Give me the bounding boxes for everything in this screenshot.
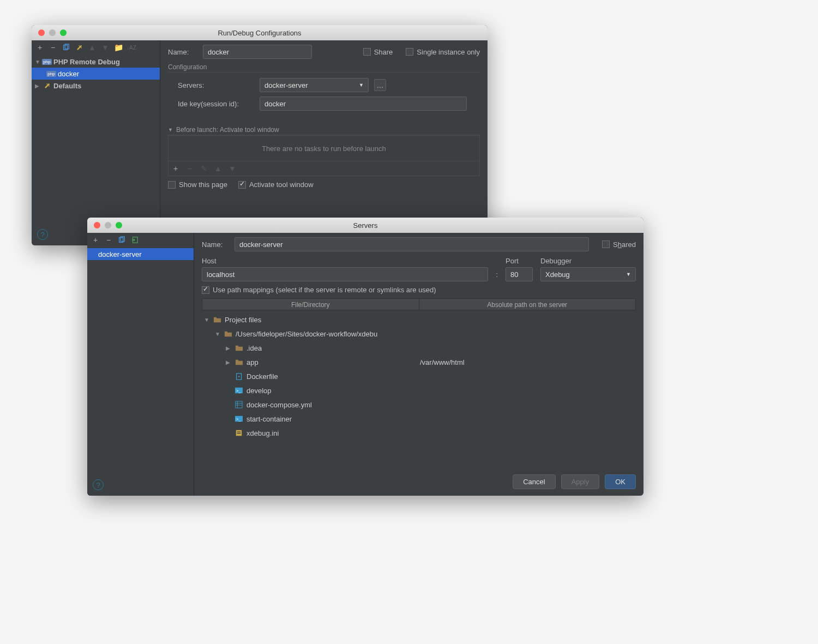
servers-label: Servers: xyxy=(178,81,254,89)
pathmap-checkbox[interactable]: Use path mappings (select if the server … xyxy=(202,286,436,294)
tree-row-xdebug[interactable]: xdebug.ini xyxy=(202,426,636,440)
php-icon: php xyxy=(43,57,51,66)
up-icon[interactable]: ▲ xyxy=(87,43,97,52)
down-icon[interactable]: ▼ xyxy=(100,43,110,52)
before-launch-title: Before launch: Activate tool window xyxy=(176,126,279,134)
sort-icon[interactable]: ↓AZ xyxy=(127,43,136,52)
add-icon[interactable]: + xyxy=(171,164,181,173)
config-sidebar: + − ▲ ▼ 📁 ↓AZ ▼ php PHP Remote Debug php… xyxy=(32,40,160,245)
config-main: Name: Share Single instance only Configu… xyxy=(160,40,488,245)
activate-window-checkbox[interactable]: Activate tool window xyxy=(238,180,314,189)
folder-icon xyxy=(234,344,243,352)
tree-group-defaults[interactable]: ▶ Defaults xyxy=(32,80,160,92)
cancel-button[interactable]: Cancel xyxy=(513,474,555,489)
tree-label: docker-server xyxy=(98,250,141,258)
apply-button[interactable]: Apply xyxy=(561,474,600,489)
down-icon[interactable]: ▼ xyxy=(227,164,237,173)
before-launch-list: There are no tasks to run before launch xyxy=(168,135,480,161)
tree-row-start[interactable]: >_ start-container xyxy=(202,412,636,426)
name-input[interactable] xyxy=(203,45,312,59)
tree-row-idea[interactable]: ▶ .idea xyxy=(202,341,636,355)
terminal-icon: >_ xyxy=(234,386,243,395)
svg-rect-15 xyxy=(237,431,241,432)
shared-checkbox[interactable]: Shared xyxy=(602,240,636,249)
dialog-title: Servers xyxy=(87,221,643,230)
tree-label: docker xyxy=(58,70,79,78)
name-input[interactable] xyxy=(234,237,589,251)
servers-browse-button[interactable]: … xyxy=(374,79,386,91)
svg-text:>_: >_ xyxy=(236,417,242,422)
settings-icon[interactable] xyxy=(74,43,84,52)
tree-row-compose[interactable]: docker-compose.yml xyxy=(202,398,636,412)
debugger-select[interactable]: Xdebug ▼ xyxy=(540,267,636,281)
remove-icon[interactable]: − xyxy=(104,235,113,245)
chevron-down-icon: ▼ xyxy=(204,317,209,323)
tree-row-project[interactable]: ▼ Project files xyxy=(202,312,636,327)
share-checkbox[interactable]: Share xyxy=(363,48,393,56)
debugger-label: Debugger xyxy=(540,257,636,265)
config-section-title: Configuration xyxy=(168,63,480,73)
chevron-down-icon[interactable]: ▼ xyxy=(168,127,173,133)
run-debug-dialog: Run/Debug Configurations + − ▲ ▼ 📁 ↓AZ ▼… xyxy=(32,25,488,245)
chevron-down-icon: ▼ xyxy=(215,331,220,337)
servers-main: Name: Shared Host : Port Debugger Xdebug xyxy=(194,233,643,496)
sidebar-toolbar: + − ▲ ▼ 📁 ↓AZ xyxy=(32,40,160,55)
terminal-icon: >_ xyxy=(234,414,243,423)
tree-label: PHP Remote Debug xyxy=(53,58,120,66)
ok-button[interactable]: OK xyxy=(605,474,636,489)
chevron-down-icon: ▼ xyxy=(35,59,40,65)
config-tree: ▼ php PHP Remote Debug php docker ▶ Defa… xyxy=(32,55,160,245)
host-input[interactable] xyxy=(202,267,488,281)
col-file: File/Directory xyxy=(202,299,419,310)
idekey-label: Ide key(session id): xyxy=(178,100,254,108)
single-instance-checkbox[interactable]: Single instance only xyxy=(406,48,480,56)
config-icon xyxy=(234,429,243,437)
servers-sidebar: + − docker-server ? xyxy=(87,233,194,496)
tree-row-develop[interactable]: >_ develop xyxy=(202,383,636,398)
svg-rect-8 xyxy=(236,401,242,408)
tree-row-app[interactable]: ▶ app /var/www/html xyxy=(202,355,636,369)
titlebar[interactable]: Run/Debug Configurations xyxy=(32,25,488,40)
svg-text:>_: >_ xyxy=(236,388,242,393)
tree-row-root[interactable]: ▼ /Users/fideloper/Sites/docker-workflow… xyxy=(202,327,636,341)
import-icon[interactable] xyxy=(130,235,140,245)
add-icon[interactable]: + xyxy=(91,235,100,245)
folder-icon xyxy=(234,358,243,366)
pathmap-table-header: File/Directory Absolute path on the serv… xyxy=(202,298,636,310)
servers-select[interactable]: docker-server ▼ xyxy=(260,78,369,92)
show-page-checkbox[interactable]: Show this page xyxy=(168,180,227,189)
up-icon[interactable]: ▲ xyxy=(213,164,223,173)
name-label: Name: xyxy=(202,240,229,249)
folder-icon[interactable]: 📁 xyxy=(113,43,123,52)
idekey-input[interactable] xyxy=(260,97,467,111)
tree-group-php[interactable]: ▼ php PHP Remote Debug xyxy=(32,56,160,68)
titlebar[interactable]: Servers xyxy=(87,218,643,233)
servers-tree: docker-server xyxy=(87,247,194,496)
grid-icon xyxy=(234,400,243,409)
file-icon xyxy=(234,372,243,381)
add-icon[interactable]: + xyxy=(35,43,45,52)
chevron-down-icon: ▼ xyxy=(359,82,364,88)
chevron-down-icon: ▼ xyxy=(626,272,631,277)
edit-icon[interactable]: ✎ xyxy=(199,164,209,173)
host-label: Host xyxy=(202,257,488,265)
svg-rect-16 xyxy=(237,433,241,434)
port-label: Port xyxy=(506,257,533,265)
dialog-buttons: Cancel Apply OK xyxy=(513,474,636,489)
help-icon[interactable]: ? xyxy=(37,229,48,240)
folder-icon xyxy=(224,329,232,338)
tree-item-docker[interactable]: php docker xyxy=(32,68,160,80)
tree-row-dockerfile[interactable]: Dockerfile xyxy=(202,369,636,383)
server-path[interactable]: /var/www/html xyxy=(420,358,465,366)
servers-dialog: Servers + − docker-server ? Name: Shared xyxy=(87,218,643,496)
chevron-right-icon: ▶ xyxy=(35,83,40,89)
copy-icon[interactable] xyxy=(61,43,71,52)
php-icon: php xyxy=(47,69,56,78)
help-icon[interactable]: ? xyxy=(93,479,104,490)
file-tree: ▼ Project files ▼ /Users/fideloper/Sites… xyxy=(202,310,636,440)
copy-icon[interactable] xyxy=(117,235,127,245)
remove-icon[interactable]: − xyxy=(185,164,195,173)
tree-item-server[interactable]: docker-server xyxy=(87,248,194,260)
remove-icon[interactable]: − xyxy=(48,43,58,52)
port-input[interactable] xyxy=(506,267,533,281)
